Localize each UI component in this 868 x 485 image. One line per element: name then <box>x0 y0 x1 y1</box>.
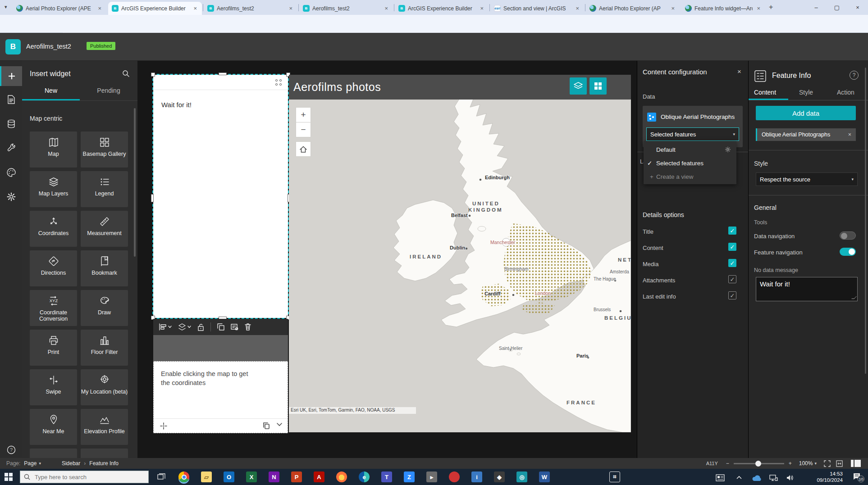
coordinates-widget[interactable]: Enable clicking the map to get the coord… <box>153 361 288 433</box>
widget-tile-floor-filter[interactable]: Floor Filter <box>81 330 128 366</box>
tab-close-icon[interactable]: × <box>96 5 103 12</box>
tools-icon[interactable] <box>0 138 22 158</box>
widget-tile-bookmark[interactable]: Bookmark <box>81 250 128 286</box>
close-icon[interactable]: × <box>847 0 868 15</box>
tab-action[interactable]: Action <box>837 89 854 96</box>
duplicate-icon[interactable] <box>217 323 224 331</box>
widget-tile-basemap-gallery[interactable]: Basemap Gallery <box>81 131 128 168</box>
layers-icon[interactable] <box>570 77 587 95</box>
panel-scrollbar[interactable] <box>865 68 866 374</box>
widget-tile-elevation-profile[interactable]: Elevation Profile <box>81 409 128 445</box>
gear-icon[interactable] <box>725 146 731 153</box>
tab-content[interactable]: Content <box>754 89 776 96</box>
trash-icon[interactable] <box>245 323 251 331</box>
panel-scrollbar[interactable] <box>134 108 136 257</box>
page-icon[interactable] <box>0 90 22 109</box>
excel-icon[interactable]: X <box>246 471 257 482</box>
add-data-button[interactable]: Add data <box>756 106 856 120</box>
browser-tab[interactable]: Feature Info widget—Arc × <box>681 2 765 15</box>
insert-icon[interactable] <box>0 66 22 86</box>
order-icon[interactable] <box>178 323 191 331</box>
notifications-icon[interactable]: 10 <box>853 472 862 480</box>
tab-style[interactable]: Style <box>799 89 813 96</box>
zoom-app-icon[interactable]: Z <box>404 471 415 482</box>
dropdown-item-selected-features[interactable]: ✓ Selected features <box>644 156 736 170</box>
style-select[interactable]: Respect the source ▾ <box>756 172 858 186</box>
fit-to-window-icon[interactable] <box>824 460 831 467</box>
settings-icon[interactable] <box>0 187 22 207</box>
grid-icon[interactable] <box>589 77 607 95</box>
media-red-icon[interactable] <box>449 471 460 482</box>
firefox-icon[interactable] <box>336 471 347 482</box>
task-view-icon[interactable] <box>156 471 167 482</box>
widget-tile-map-layers[interactable]: Map Layers <box>30 171 77 207</box>
taskbar-search[interactable] <box>20 471 149 483</box>
tab-close-icon[interactable]: × <box>479 5 485 12</box>
a11y-label[interactable]: A11Y <box>706 461 718 466</box>
hide-icon[interactable] <box>231 323 238 331</box>
powerpoint-icon[interactable]: P <box>291 471 302 482</box>
browser-tab[interactable]: B Aerofilms_test2 × <box>204 2 297 15</box>
widget-tile-map[interactable]: Map <box>30 131 77 168</box>
network-icon[interactable] <box>769 474 778 481</box>
tab-close-icon[interactable]: × <box>288 5 294 12</box>
widget-tile-partial[interactable] <box>81 449 128 458</box>
unlock-icon[interactable] <box>197 323 204 331</box>
browser-tab-active[interactable]: B ArcGIS Experience Builder × <box>108 2 202 15</box>
resize-handle-nw[interactable] <box>151 73 155 77</box>
checkbox-media[interactable]: ✓ <box>728 259 736 267</box>
file-explorer-icon[interactable]: ▱ <box>201 471 212 482</box>
chrome-icon[interactable] <box>178 471 189 482</box>
tab-close-icon[interactable]: × <box>192 5 198 12</box>
news-widgets-icon[interactable] <box>716 474 725 481</box>
zoom-slider[interactable] <box>734 463 784 464</box>
exb-logo[interactable]: B <box>5 39 21 54</box>
teams-icon[interactable]: T <box>381 471 392 482</box>
tab-pending[interactable]: Pending <box>80 87 137 94</box>
app-blue-icon[interactable]: i <box>471 471 482 482</box>
widget-tile-coordinate-conversion[interactable]: XYZ Coordinate Conversion <box>30 290 77 326</box>
widget-tile-print[interactable]: Print <box>30 330 77 366</box>
onenote-icon[interactable]: N <box>269 471 279 482</box>
media-gray-icon[interactable]: ▸ <box>426 471 437 482</box>
zoom-in-icon[interactable]: + <box>789 460 792 467</box>
data-nav-toggle[interactable] <box>840 231 856 240</box>
remove-data-icon[interactable]: × <box>848 131 851 138</box>
app-dark-icon[interactable]: ◆ <box>494 471 505 482</box>
tab-close-icon[interactable]: × <box>755 5 762 12</box>
view-select[interactable]: Selected features ▾ <box>646 127 739 141</box>
app-teal-icon[interactable]: ◎ <box>516 471 527 482</box>
breadcrumb-sidebar[interactable]: Sidebar <box>62 460 80 467</box>
data-icon[interactable] <box>0 114 22 134</box>
dropdown-item-create-view[interactable]: + Create a view <box>644 170 736 183</box>
minimize-icon[interactable]: – <box>806 0 827 15</box>
browser-tab[interactable]: B ArcGIS Experience Builder × <box>395 2 489 15</box>
feature-info-widget[interactable]: Wait for it! <box>153 75 288 318</box>
map-widget[interactable]: Edinburgh UNITED KINGDOM Belfast Dublin … <box>289 75 631 432</box>
widget-tile-directions[interactable]: Directions <box>30 250 77 286</box>
close-icon[interactable]: × <box>737 68 741 75</box>
search-input[interactable] <box>34 473 137 481</box>
drag-handle-icon[interactable] <box>275 79 283 86</box>
acrobat-icon[interactable]: A <box>314 471 324 482</box>
edge-icon[interactable]: e <box>359 471 370 482</box>
tab-close-icon[interactable]: × <box>574 5 580 12</box>
taskbar-clock[interactable]: 14:53 09/10/2024 <box>817 471 843 484</box>
tab-new[interactable]: New <box>22 87 80 94</box>
panel-toggle-icon[interactable] <box>851 460 861 467</box>
volume-icon[interactable] <box>786 474 794 481</box>
browser-tab[interactable]: esri Section and view | ArcGIS × <box>490 2 584 15</box>
hidden-icons-chevron[interactable] <box>736 476 742 479</box>
widget-tile-partial[interactable] <box>30 449 77 458</box>
tab-close-icon[interactable]: × <box>383 5 389 12</box>
search-icon[interactable] <box>122 70 129 77</box>
browser-tab[interactable]: B Aerofilms_test2 × <box>299 2 393 15</box>
resize-handle-n[interactable] <box>219 73 227 75</box>
copy-icon[interactable] <box>263 422 270 429</box>
tab-close-icon[interactable]: × <box>670 5 676 12</box>
checkbox-attachments[interactable]: ✓ <box>728 275 736 283</box>
crosshair-icon[interactable] <box>160 422 167 430</box>
tray-keyboard-icon[interactable]: ⌗ <box>609 471 620 482</box>
outlook-icon[interactable]: O <box>224 471 234 482</box>
zoom-in-button[interactable]: + <box>296 107 311 122</box>
